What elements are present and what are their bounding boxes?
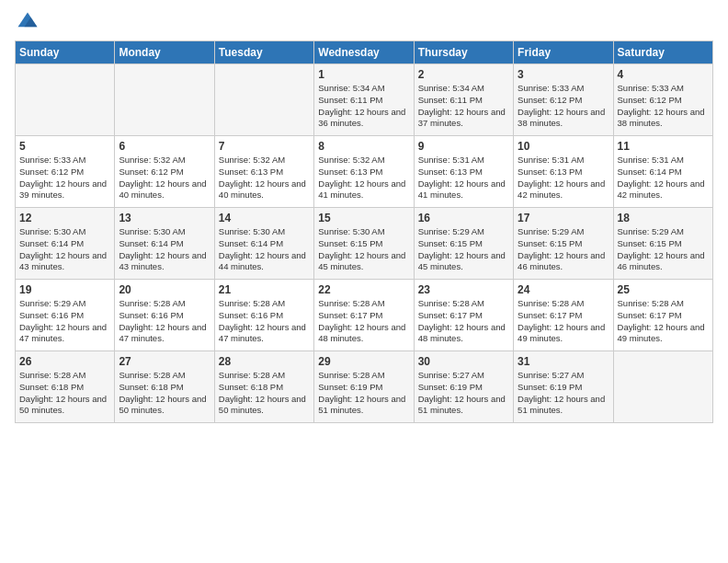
day-cell: 3Sunrise: 5:33 AM Sunset: 6:12 PM Daylig… xyxy=(514,64,613,136)
day-number: 13 xyxy=(119,212,210,224)
day-cell: 4Sunrise: 5:33 AM Sunset: 6:12 PM Daylig… xyxy=(613,64,712,136)
day-number: 19 xyxy=(19,283,110,296)
day-cell: 11Sunrise: 5:31 AM Sunset: 6:14 PM Dayli… xyxy=(613,136,712,208)
day-cell: 6Sunrise: 5:32 AM Sunset: 6:12 PM Daylig… xyxy=(115,136,214,208)
col-header-wednesday: Wednesday xyxy=(314,41,414,64)
day-info: Sunrise: 5:27 AM Sunset: 6:19 PM Dayligh… xyxy=(518,370,609,417)
day-cell: 22Sunrise: 5:28 AM Sunset: 6:17 PM Dayli… xyxy=(314,280,414,351)
day-cell: 16Sunrise: 5:29 AM Sunset: 6:15 PM Dayli… xyxy=(414,208,513,280)
day-number: 10 xyxy=(518,140,609,153)
day-info: Sunrise: 5:29 AM Sunset: 6:15 PM Dayligh… xyxy=(518,226,609,273)
day-number: 28 xyxy=(219,355,310,368)
day-info: Sunrise: 5:32 AM Sunset: 6:13 PM Dayligh… xyxy=(219,155,310,201)
day-cell: 30Sunrise: 5:27 AM Sunset: 6:19 PM Dayli… xyxy=(414,351,513,423)
day-number: 7 xyxy=(219,140,310,153)
day-cell: 18Sunrise: 5:29 AM Sunset: 6:15 PM Dayli… xyxy=(613,208,712,280)
day-cell: 9Sunrise: 5:31 AM Sunset: 6:13 PM Daylig… xyxy=(414,136,513,208)
day-info: Sunrise: 5:34 AM Sunset: 6:11 PM Dayligh… xyxy=(318,83,409,130)
col-header-saturday: Saturday xyxy=(613,41,712,64)
day-number: 29 xyxy=(318,355,409,368)
day-cell: 19Sunrise: 5:29 AM Sunset: 6:16 PM Dayli… xyxy=(16,280,115,351)
day-cell: 7Sunrise: 5:32 AM Sunset: 6:13 PM Daylig… xyxy=(214,136,313,208)
day-cell: 23Sunrise: 5:28 AM Sunset: 6:17 PM Dayli… xyxy=(414,280,513,351)
week-row-3: 12Sunrise: 5:30 AM Sunset: 6:14 PM Dayli… xyxy=(16,208,713,280)
col-header-sunday: Sunday xyxy=(16,41,115,64)
col-header-monday: Monday xyxy=(115,41,214,64)
day-info: Sunrise: 5:30 AM Sunset: 6:15 PM Dayligh… xyxy=(318,226,409,273)
day-cell xyxy=(115,64,214,136)
day-info: Sunrise: 5:32 AM Sunset: 6:12 PM Dayligh… xyxy=(119,155,210,201)
col-header-tuesday: Tuesday xyxy=(214,41,313,64)
day-cell xyxy=(613,351,712,423)
logo xyxy=(15,9,44,35)
day-cell: 14Sunrise: 5:30 AM Sunset: 6:14 PM Dayli… xyxy=(214,208,313,280)
day-cell: 27Sunrise: 5:28 AM Sunset: 6:18 PM Dayli… xyxy=(115,351,214,423)
day-info: Sunrise: 5:28 AM Sunset: 6:17 PM Dayligh… xyxy=(418,298,509,345)
day-info: Sunrise: 5:31 AM Sunset: 6:14 PM Dayligh… xyxy=(618,155,709,201)
day-info: Sunrise: 5:31 AM Sunset: 6:13 PM Dayligh… xyxy=(418,155,509,201)
day-number: 5 xyxy=(19,140,110,153)
day-number: 22 xyxy=(318,283,409,296)
day-number: 23 xyxy=(418,283,509,296)
day-info: Sunrise: 5:28 AM Sunset: 6:16 PM Dayligh… xyxy=(119,298,210,345)
day-number: 18 xyxy=(618,212,709,224)
day-info: Sunrise: 5:30 AM Sunset: 6:14 PM Dayligh… xyxy=(119,226,210,273)
day-number: 9 xyxy=(418,140,509,153)
day-cell: 13Sunrise: 5:30 AM Sunset: 6:14 PM Dayli… xyxy=(115,208,214,280)
day-info: Sunrise: 5:27 AM Sunset: 6:19 PM Dayligh… xyxy=(418,370,509,417)
col-header-thursday: Thursday xyxy=(414,41,513,64)
day-number: 21 xyxy=(219,283,310,296)
day-info: Sunrise: 5:29 AM Sunset: 6:16 PM Dayligh… xyxy=(19,298,110,345)
week-row-1: 1Sunrise: 5:34 AM Sunset: 6:11 PM Daylig… xyxy=(16,64,713,136)
day-number: 31 xyxy=(518,355,609,368)
week-row-2: 5Sunrise: 5:33 AM Sunset: 6:12 PM Daylig… xyxy=(16,136,713,208)
day-cell: 12Sunrise: 5:30 AM Sunset: 6:14 PM Dayli… xyxy=(16,208,115,280)
day-info: Sunrise: 5:28 AM Sunset: 6:17 PM Dayligh… xyxy=(618,298,709,345)
day-info: Sunrise: 5:33 AM Sunset: 6:12 PM Dayligh… xyxy=(618,83,709,130)
day-number: 16 xyxy=(418,212,509,224)
day-info: Sunrise: 5:34 AM Sunset: 6:11 PM Dayligh… xyxy=(418,83,509,130)
day-number: 14 xyxy=(219,212,310,224)
day-info: Sunrise: 5:28 AM Sunset: 6:18 PM Dayligh… xyxy=(219,370,310,417)
day-number: 15 xyxy=(318,212,409,224)
day-cell: 8Sunrise: 5:32 AM Sunset: 6:13 PM Daylig… xyxy=(314,136,414,208)
day-info: Sunrise: 5:28 AM Sunset: 6:18 PM Dayligh… xyxy=(19,370,110,417)
day-info: Sunrise: 5:30 AM Sunset: 6:14 PM Dayligh… xyxy=(219,226,310,273)
day-number: 8 xyxy=(318,140,409,153)
day-number: 27 xyxy=(119,355,210,368)
day-number: 25 xyxy=(618,283,709,296)
day-number: 11 xyxy=(618,140,709,153)
day-cell: 28Sunrise: 5:28 AM Sunset: 6:18 PM Dayli… xyxy=(214,351,313,423)
day-cell: 10Sunrise: 5:31 AM Sunset: 6:13 PM Dayli… xyxy=(514,136,613,208)
day-info: Sunrise: 5:28 AM Sunset: 6:17 PM Dayligh… xyxy=(518,298,609,345)
day-cell: 21Sunrise: 5:28 AM Sunset: 6:16 PM Dayli… xyxy=(214,280,313,351)
day-cell: 24Sunrise: 5:28 AM Sunset: 6:17 PM Dayli… xyxy=(514,280,613,351)
day-info: Sunrise: 5:32 AM Sunset: 6:13 PM Dayligh… xyxy=(318,155,409,201)
week-row-4: 19Sunrise: 5:29 AM Sunset: 6:16 PM Dayli… xyxy=(16,280,713,351)
header-row: SundayMondayTuesdayWednesdayThursdayFrid… xyxy=(16,41,713,64)
calendar-table: SundayMondayTuesdayWednesdayThursdayFrid… xyxy=(15,40,713,423)
day-cell: 15Sunrise: 5:30 AM Sunset: 6:15 PM Dayli… xyxy=(314,208,414,280)
day-info: Sunrise: 5:30 AM Sunset: 6:14 PM Dayligh… xyxy=(19,226,110,273)
day-info: Sunrise: 5:33 AM Sunset: 6:12 PM Dayligh… xyxy=(518,83,609,130)
day-number: 3 xyxy=(518,68,609,81)
day-number: 1 xyxy=(318,68,409,81)
col-header-friday: Friday xyxy=(514,41,613,64)
day-info: Sunrise: 5:31 AM Sunset: 6:13 PM Dayligh… xyxy=(518,155,609,201)
day-cell: 5Sunrise: 5:33 AM Sunset: 6:12 PM Daylig… xyxy=(16,136,115,208)
day-number: 12 xyxy=(19,212,110,224)
day-cell: 20Sunrise: 5:28 AM Sunset: 6:16 PM Dayli… xyxy=(115,280,214,351)
day-cell: 1Sunrise: 5:34 AM Sunset: 6:11 PM Daylig… xyxy=(314,64,414,136)
day-number: 26 xyxy=(19,355,110,368)
day-number: 6 xyxy=(119,140,210,153)
day-cell: 26Sunrise: 5:28 AM Sunset: 6:18 PM Dayli… xyxy=(16,351,115,423)
day-cell xyxy=(214,64,313,136)
day-number: 24 xyxy=(518,283,609,296)
day-info: Sunrise: 5:33 AM Sunset: 6:12 PM Dayligh… xyxy=(19,155,110,201)
day-cell: 17Sunrise: 5:29 AM Sunset: 6:15 PM Dayli… xyxy=(514,208,613,280)
day-cell xyxy=(16,64,115,136)
day-info: Sunrise: 5:28 AM Sunset: 6:16 PM Dayligh… xyxy=(219,298,310,345)
day-number: 30 xyxy=(418,355,509,368)
week-row-5: 26Sunrise: 5:28 AM Sunset: 6:18 PM Dayli… xyxy=(16,351,713,423)
day-info: Sunrise: 5:29 AM Sunset: 6:15 PM Dayligh… xyxy=(618,226,709,273)
